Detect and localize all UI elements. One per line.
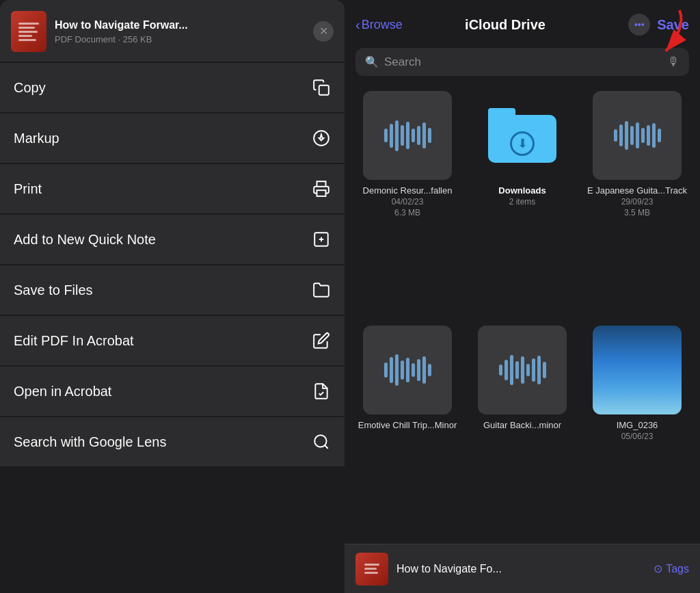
file-name-1: Demonic Resur...fallen: [363, 185, 453, 196]
file-sub-2: 2 items: [509, 197, 536, 207]
file-item-demonic[interactable]: Demonic Resur...fallen 04/02/23 6.3 MB: [355, 91, 459, 315]
mic-icon: 🎙: [667, 55, 679, 69]
file-item-emotive[interactable]: Emotive Chill Trip...Minor: [355, 326, 459, 538]
menu-item-quick-note[interactable]: Add to New Quick Note: [0, 215, 345, 264]
file-name-5: Guitar Backi...minor: [483, 420, 561, 430]
file-date-6: 05/06/23: [621, 432, 654, 441]
close-button[interactable]: ✕: [313, 21, 334, 42]
audio-waveform-3: [614, 118, 661, 153]
file-name-6: IMG_0236: [617, 420, 658, 430]
svg-line-7: [325, 445, 328, 449]
share-sheet-panel: How to Navigate Forwar... PDF Document ·…: [0, 0, 345, 593]
acrobat-icon: [312, 382, 331, 401]
more-options-button[interactable]: •••: [628, 14, 650, 36]
file-name-3: E Japanese Guita...Track: [587, 185, 687, 196]
tags-icon: ⊙: [654, 562, 662, 575]
menu-item-print[interactable]: Print: [0, 164, 345, 213]
drive-title: iCloud Drive: [388, 17, 623, 33]
image-thumbnail: [593, 326, 682, 414]
file-item-img[interactable]: IMG_0236 05/06/23: [585, 326, 689, 538]
file-date-3: 29/09/23: [621, 197, 654, 207]
file-icon-audio-5: [478, 326, 567, 414]
file-item-guitar[interactable]: Guitar Backi...minor: [470, 326, 574, 538]
save-arrow-annotation: [0, 271, 7, 298]
audio-waveform: [384, 118, 431, 153]
google-lens-icon: [312, 432, 331, 451]
file-date-1: 04/02/23: [392, 197, 424, 207]
search-icon: 🔍: [365, 55, 379, 68]
file-title: How to Navigate Forwar...: [55, 18, 305, 33]
file-icon-audio-4: [363, 326, 452, 414]
back-chevron-icon: ‹: [355, 17, 360, 33]
edit-pdf-icon: [312, 331, 331, 350]
file-icon-audio-1: [363, 91, 452, 180]
download-circle-icon: ⬇: [510, 131, 535, 156]
dots-icon: •••: [634, 19, 645, 30]
bottom-filename: How to Navigate Fo...: [396, 563, 645, 575]
svg-rect-2: [317, 190, 326, 196]
audio-waveform-5: [499, 353, 546, 387]
file-item-downloads[interactable]: ⬇ Downloads 2 items: [470, 91, 574, 315]
save-files-icon: [312, 280, 331, 300]
folder-shape: ⬇: [488, 108, 556, 163]
search-placeholder: Search: [384, 55, 662, 69]
print-icon: [312, 179, 331, 198]
bottom-file-thumbnail: [355, 553, 388, 585]
file-header: How to Navigate Forwar... PDF Document ·…: [0, 0, 345, 62]
svg-rect-0: [319, 85, 329, 95]
search-bar[interactable]: 🔍 Search 🎙: [355, 48, 689, 76]
tags-button[interactable]: ⊙ Tags: [654, 562, 689, 575]
close-icon: ✕: [319, 26, 328, 37]
menu-item-google-lens[interactable]: Search with Google Lens: [0, 417, 345, 466]
file-icon-audio-3: [593, 91, 682, 180]
menu-item-markup[interactable]: Markup: [0, 114, 345, 163]
file-size-1: 6.3 MB: [394, 208, 420, 218]
menu-list: Copy Markup Print: [0, 62, 345, 593]
quick-note-icon: [312, 230, 331, 249]
file-info: How to Navigate Forwar... PDF Document ·…: [55, 18, 305, 44]
file-icon-image: [593, 326, 682, 414]
copy-icon: [312, 78, 331, 97]
file-size-3: 3.5 MB: [624, 208, 650, 218]
folder-icon: ⬇: [478, 91, 567, 180]
file-thumbnail: [11, 11, 46, 52]
menu-item-edit-pdf[interactable]: Edit PDF In Acrobat: [0, 316, 345, 365]
tags-label: Tags: [666, 563, 689, 575]
save-button[interactable]: Save: [657, 17, 689, 33]
menu-item-open-acrobat[interactable]: Open in Acrobat: [0, 367, 345, 416]
bottom-bar: How to Navigate Fo... ⊙ Tags: [345, 544, 700, 593]
menu-item-copy[interactable]: Copy: [0, 63, 345, 112]
file-name-2: Downloads: [498, 185, 546, 196]
right-header: ‹ Browse iCloud Drive ••• Save: [345, 0, 700, 42]
files-grid: Demonic Resur...fallen 04/02/23 6.3 MB ⬇…: [345, 85, 700, 544]
markup-icon: [312, 129, 331, 148]
audio-waveform-4: [384, 353, 431, 387]
file-item-japanese[interactable]: E Japanese Guita...Track 29/09/23 3.5 MB: [585, 91, 689, 315]
icloud-drive-panel: ‹ Browse iCloud Drive ••• Save 🔍 Search …: [345, 0, 700, 593]
svg-point-6: [314, 435, 326, 447]
file-meta: PDF Document · 256 KB: [55, 34, 305, 44]
menu-item-save-files[interactable]: Save to Files: [0, 265, 345, 315]
file-name-4: Emotive Chill Trip...Minor: [358, 420, 457, 430]
header-actions: ••• Save: [628, 14, 689, 36]
